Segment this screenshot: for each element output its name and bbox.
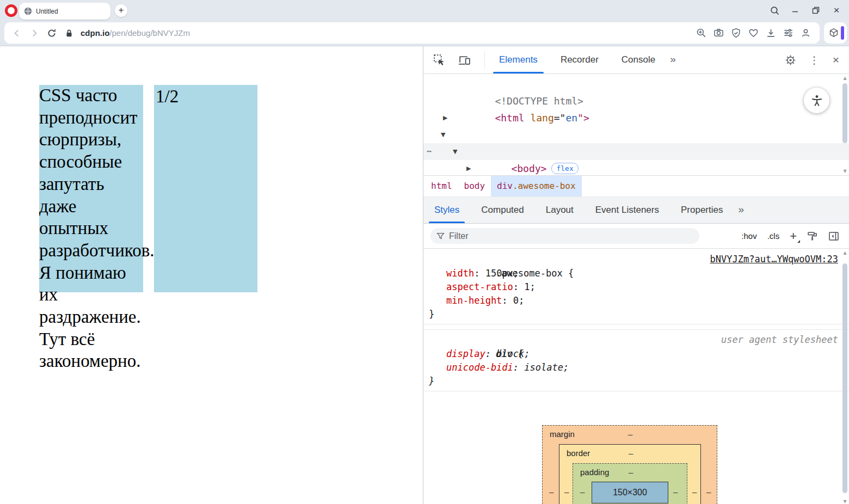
stylesheet-source-link[interactable]: bNVYJZm?aut…YWqwoOVM:23 (710, 254, 838, 265)
devtools-close-icon[interactable]: × (833, 53, 839, 66)
row-menu-dots-icon[interactable]: ⋯ (427, 143, 432, 160)
styles-scrollbar[interactable]: ▲ ▼ (841, 250, 848, 504)
css-property-name[interactable]: unicode-bidi (446, 362, 513, 373)
css-property-name[interactable]: aspect-ratio (446, 281, 513, 292)
web-page: CSS частопреподноситсюрпризы,способныеза… (0, 46, 423, 504)
css-property-value[interactable]: 150px; (485, 268, 519, 279)
css-property-value[interactable]: block; (496, 348, 530, 359)
device-toolbar-icon[interactable] (458, 54, 471, 66)
collapse-arrow-icon[interactable]: ▼ (441, 126, 445, 143)
download-icon[interactable] (766, 28, 776, 38)
tab-layout[interactable]: Layout (535, 197, 585, 223)
border-left-value[interactable]: – (564, 487, 569, 497)
lock-icon[interactable] (64, 28, 74, 38)
dom-row-doctype[interactable]: <!DOCTYPE html> (423, 76, 849, 93)
box-model-margin[interactable]: margin – border – padding – 150×300 (542, 425, 717, 504)
border-right-value[interactable]: – (692, 487, 697, 497)
css-property-value[interactable]: isolate; (524, 362, 569, 373)
tab-recorder[interactable]: Recorder (549, 46, 610, 73)
crumb-html[interactable]: html (425, 176, 458, 196)
margin-top-value[interactable]: – (628, 429, 632, 439)
forward-icon[interactable] (29, 28, 39, 38)
margin-right-value[interactable]: – (706, 487, 711, 497)
zoom-in-icon[interactable] (696, 28, 706, 38)
scroll-down-icon[interactable]: ▼ (842, 169, 847, 174)
reload-icon[interactable] (47, 28, 57, 38)
opera-logo-icon[interactable] (5, 4, 17, 17)
dom-row-body[interactable]: ▼ <body>flex (423, 126, 849, 143)
url-text[interactable]: cdpn.io/pen/debug/bNVYJZm (81, 28, 190, 38)
padding-left-value[interactable]: – (580, 487, 585, 497)
css-property-name[interactable]: width (446, 268, 474, 279)
tab-computed[interactable]: Computed (470, 197, 534, 223)
titlebar: Untitled + × (0, 0, 849, 21)
snapshot-camera-icon[interactable] (713, 28, 724, 38)
css-property-name[interactable]: min-height (446, 295, 502, 306)
styles-filter-bar: :hov .cls + (423, 224, 849, 249)
restore-button[interactable] (811, 5, 821, 15)
dom-row-head[interactable]: ▶ <head>•••</head> (423, 109, 849, 126)
dom-row-div-selected[interactable]: ⋯ ▼ <div class="awesome-box"> == $0 (423, 143, 849, 160)
devtools-menu-icon[interactable]: ⋮ (809, 54, 820, 66)
new-tab-button[interactable]: + (115, 4, 127, 17)
css-property-value[interactable]: 0; (513, 295, 524, 306)
tab-styles[interactable]: Styles (423, 197, 470, 223)
scroll-down-icon[interactable]: ▼ (842, 499, 847, 504)
devtools-tabs: Elements Recorder Console » (488, 46, 678, 73)
sidebar-indicator[interactable] (841, 26, 844, 40)
toggle-hover-button[interactable]: :hov (741, 231, 756, 241)
globe-icon (24, 7, 32, 15)
heart-icon[interactable] (748, 28, 759, 38)
back-icon[interactable] (12, 28, 22, 38)
extension-cube-icon[interactable] (829, 28, 839, 38)
second-box-element: 1/2 (154, 85, 257, 292)
profile-icon[interactable] (801, 28, 811, 38)
easy-setup-sliders-icon[interactable] (783, 28, 793, 38)
dom-tree-scrollbar[interactable]: ▲ ▼ (841, 76, 848, 174)
box-model-padding[interactable]: padding – 150×300 (573, 463, 687, 504)
settings-gear-icon[interactable] (785, 54, 796, 66)
expand-arrow-icon[interactable]: ▶ (466, 160, 471, 176)
address-bar[interactable]: cdpn.io/pen/debug/bNVYJZm (4, 22, 820, 44)
browser-window: Untitled + × cdpn.io/pen/debug/bNVYJZm (0, 0, 849, 504)
tab-console[interactable]: Console (610, 46, 667, 73)
dock-sidebar-icon[interactable] (828, 231, 839, 242)
tab-event-listeners[interactable]: Event Listeners (585, 197, 670, 223)
new-style-rule-button[interactable]: + (790, 231, 797, 242)
scroll-up-icon[interactable]: ▲ (842, 250, 847, 255)
expand-arrow-icon[interactable]: ▶ (443, 109, 447, 126)
css-property-value[interactable]: 1; (524, 281, 535, 292)
toolbar-actions (696, 28, 820, 38)
browser-tab[interactable]: Untitled (19, 3, 110, 20)
padding-right-value[interactable]: – (673, 487, 678, 497)
filter-pill[interactable] (430, 228, 699, 244)
tab-title: Untitled (36, 8, 58, 15)
close-button[interactable]: × (832, 5, 841, 15)
style-rule-awesome-box[interactable]: .awesome-box { width: 150px; aspect-rati… (423, 249, 849, 324)
box-model-content[interactable]: 150×300 (592, 482, 668, 503)
margin-label: margin (550, 429, 575, 439)
filter-input[interactable] (449, 231, 699, 241)
margin-left-value[interactable]: – (549, 487, 553, 497)
dom-row-html[interactable]: <html lang="en"> (423, 93, 849, 109)
minimize-button[interactable] (790, 5, 800, 15)
toggle-class-button[interactable]: .cls (767, 231, 780, 241)
crumb-div-awesome-box[interactable]: div.awesome-box (491, 176, 582, 196)
inspect-element-icon[interactable] (433, 54, 446, 66)
search-icon[interactable] (770, 5, 779, 15)
collapse-arrow-icon[interactable]: ▼ (453, 143, 457, 160)
css-property-name[interactable]: display (446, 348, 485, 359)
accessibility-button[interactable] (804, 88, 829, 113)
scroll-up-icon[interactable]: ▲ (842, 76, 847, 81)
border-top-value[interactable]: – (629, 448, 633, 458)
dom-row-span[interactable]: ▶ <span>•••</span> (423, 160, 849, 176)
paint-roller-icon[interactable] (807, 231, 818, 242)
padding-top-value[interactable]: – (629, 468, 633, 477)
tab-elements[interactable]: Elements (488, 46, 549, 73)
more-tabs-button[interactable]: » (667, 46, 678, 73)
tab-properties[interactable]: Properties (670, 197, 734, 223)
style-rule-user-agent-div[interactable]: div { display: block; unicode-bidi: isol… (423, 329, 849, 391)
crumb-body[interactable]: body (458, 176, 491, 196)
shield-check-icon[interactable] (731, 28, 741, 38)
more-panels-button[interactable]: » (734, 197, 747, 223)
